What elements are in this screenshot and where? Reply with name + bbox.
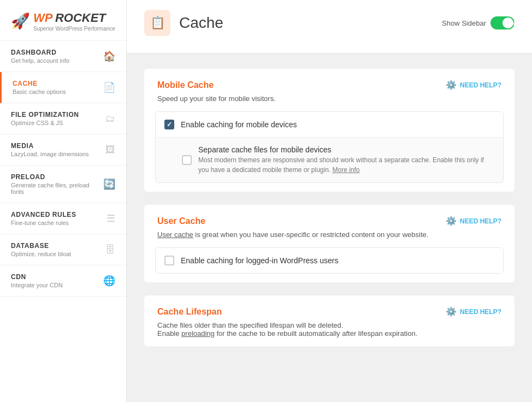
mobile-cache-section: Mobile Cache ⚙️ NEED HELP? Speed up your… [144, 69, 515, 192]
toggle-on-label: ON [506, 20, 516, 26]
header-tabs [144, 43, 515, 53]
nav-icon-cache: 📄 [103, 81, 115, 93]
help-icon-mobile: ⚙️ [446, 80, 457, 90]
sidebar-item-cache[interactable]: CACHE Basic cache options 📄 [0, 72, 126, 103]
nav-text-dashboard: DASHBOARD Get help, account info [11, 49, 103, 64]
sidebar-toggle-switch[interactable]: ON [490, 16, 515, 29]
sidebar-item-dashboard[interactable]: DASHBOARD Get help, account info 🏠 [0, 41, 126, 72]
logo: 🚀 WP ROCKET Superior WordPress Performan… [11, 11, 115, 32]
page-title-area: 📋 Cache [144, 10, 223, 36]
nav-sublabel-cache: Basic cache options [13, 88, 103, 95]
nav-label-file-optimization: FILE OPTIMIZATION [11, 111, 105, 119]
nav-icon-media: 🖼 [105, 144, 115, 156]
sidebar-item-preload[interactable]: PRELOAD Generate cache files, preload fo… [0, 165, 126, 203]
cache-lifespan-section: Cache Lifespan ⚙️ NEED HELP? Cache files… [144, 295, 515, 346]
user-cache-desc: User cache is great when you have user-s… [144, 230, 515, 247]
mobile-cache-title: Mobile Cache [157, 80, 214, 90]
enable-mobile-cache-label: Enable caching for mobile devices [181, 120, 297, 129]
nav-sublabel-file-optimization: Optimize CSS & JS [11, 120, 105, 126]
mobile-cache-desc: Speed up your site for mobile visitors. [144, 94, 515, 111]
sidebar: 🚀 WP ROCKET Superior WordPress Performan… [0, 0, 127, 402]
nav-label-cdn: CDN [11, 273, 103, 281]
separate-mobile-cache-checkbox[interactable] [182, 155, 192, 165]
nav-label-database: DATABASE [11, 242, 105, 250]
logo-area: 🚀 WP ROCKET Superior WordPress Performan… [0, 0, 126, 41]
separate-mobile-cache-row: Separate cache files for mobile devices … [156, 137, 503, 182]
nav-sublabel-preload: Generate cache files, preload fonts [11, 182, 103, 195]
nav-sublabel-cdn: Integrate your CDN [11, 282, 103, 288]
nav-label-dashboard: DASHBOARD [11, 49, 103, 56]
enable-logged-in-cache-label: Enable caching for logged-in WordPress u… [181, 256, 338, 265]
sidebar-item-file-optimization[interactable]: FILE OPTIMIZATION Optimize CSS & JS 🗂 [0, 103, 126, 134]
sidebar-item-database[interactable]: DATABASE Optimize, reduce bloat 🗄 [0, 234, 126, 265]
cache-lifespan-help-label: NEED HELP? [460, 308, 501, 316]
nav-label-preload: PRELOAD [11, 173, 103, 181]
nav-text-cache: CACHE Basic cache options [13, 80, 103, 95]
enable-mobile-cache-checkbox[interactable] [164, 120, 174, 129]
mobile-cache-help[interactable]: ⚙️ NEED HELP? [446, 80, 501, 90]
sidebar-toggle-area[interactable]: Show Sidebar ON [442, 16, 515, 29]
help-icon-user: ⚙️ [446, 216, 457, 226]
logo-wp: WP [33, 11, 52, 25]
logo-brand: WP ROCKET [33, 11, 115, 25]
sidebar-item-media[interactable]: MEDIA LazyLoad, image dimensions 🖼 [0, 134, 126, 165]
nav-container: DASHBOARD Get help, account info 🏠 CACHE… [0, 41, 126, 297]
sidebar-item-cdn[interactable]: CDN Integrate your CDN 🌐 [0, 265, 126, 297]
nav-icon-cdn: 🌐 [103, 275, 115, 287]
nav-icon-dashboard: 🏠 [103, 50, 115, 62]
user-cache-link[interactable]: User cache [157, 230, 193, 239]
nav-sublabel-dashboard: Get help, account info [11, 57, 103, 64]
more-info-link[interactable]: More info [333, 166, 360, 174]
separate-mobile-cache-label: Separate cache files for mobile devices [198, 145, 494, 154]
content-area: Mobile Cache ⚙️ NEED HELP? Speed up your… [127, 54, 532, 402]
mobile-cache-help-label: NEED HELP? [460, 81, 501, 89]
nav-label-cache: CACHE [13, 80, 103, 87]
nav-label-advanced-rules: ADVANCED RULES [11, 211, 107, 218]
nav-text-cdn: CDN Integrate your CDN [11, 273, 103, 288]
mobile-cache-options: Enable caching for mobile devices Separa… [155, 111, 504, 183]
nav-text-database: DATABASE Optimize, reduce bloat [11, 242, 105, 257]
nav-icon-preload: 🔄 [103, 178, 115, 190]
user-cache-options: Enable caching for logged-in WordPress u… [155, 247, 504, 274]
user-cache-title: User Cache [157, 216, 205, 226]
nav-icon-database: 🗄 [105, 244, 115, 256]
logo-text: WP ROCKET Superior WordPress Performance [33, 11, 115, 32]
show-sidebar-label: Show Sidebar [442, 19, 486, 27]
main-header: 📋 Cache Show Sidebar ON [127, 0, 532, 54]
user-cache-header: User Cache ⚙️ NEED HELP? [144, 205, 515, 230]
page-icon: 📋 [144, 10, 170, 36]
nav-icon-advanced-rules: ☰ [107, 212, 115, 224]
sidebar-item-advanced-rules[interactable]: ADVANCED RULES Fine-tune cache rules ☰ [0, 203, 126, 234]
cache-lifespan-help[interactable]: ⚙️ NEED HELP? [446, 306, 501, 317]
nav-text-preload: PRELOAD Generate cache files, preload fo… [11, 173, 103, 195]
enable-mobile-cache-row: Enable caching for mobile devices [156, 112, 503, 137]
user-cache-help[interactable]: ⚙️ NEED HELP? [446, 216, 501, 226]
user-cache-section: User Cache ⚙️ NEED HELP? User cache is g… [144, 205, 515, 282]
enable-logged-in-cache-checkbox[interactable] [164, 256, 174, 265]
nav-label-media: MEDIA [11, 142, 105, 150]
mobile-cache-header: Mobile Cache ⚙️ NEED HELP? [144, 69, 515, 94]
nav-sublabel-database: Optimize, reduce bloat [11, 251, 105, 257]
cache-lifespan-header: Cache Lifespan ⚙️ NEED HELP? [144, 295, 515, 321]
logo-tagline: Superior WordPress Performance [33, 26, 115, 32]
cache-lifespan-title: Cache Lifespan [157, 307, 222, 317]
logo-rocket: ROCKET [55, 11, 106, 25]
header-top: 📋 Cache Show Sidebar ON [144, 10, 515, 43]
separate-mobile-cache-desc: Most modern themes are responsive and sh… [198, 155, 494, 175]
help-icon-lifespan: ⚙️ [446, 306, 457, 317]
nav-sublabel-media: LazyLoad, image dimensions [11, 151, 105, 157]
main-content: 📋 Cache Show Sidebar ON Mobile Cache [127, 0, 532, 402]
enable-logged-in-cache-row: Enable caching for logged-in WordPress u… [156, 248, 503, 273]
user-cache-help-label: NEED HELP? [460, 217, 501, 225]
cache-lifespan-desc: Cache files older than the specified lif… [144, 321, 515, 346]
page-title: Cache [179, 14, 223, 32]
nav-text-file-optimization: FILE OPTIMIZATION Optimize CSS & JS [11, 111, 105, 126]
separate-mobile-cache-content: Separate cache files for mobile devices … [198, 145, 494, 175]
nav-text-media: MEDIA LazyLoad, image dimensions [11, 142, 105, 157]
preloading-link[interactable]: preloading [181, 329, 215, 338]
nav-text-advanced-rules: ADVANCED RULES Fine-tune cache rules [11, 211, 107, 226]
nav-icon-file-optimization: 🗂 [105, 113, 115, 125]
rocket-icon: 🚀 [11, 14, 30, 29]
nav-sublabel-advanced-rules: Fine-tune cache rules [11, 220, 107, 226]
